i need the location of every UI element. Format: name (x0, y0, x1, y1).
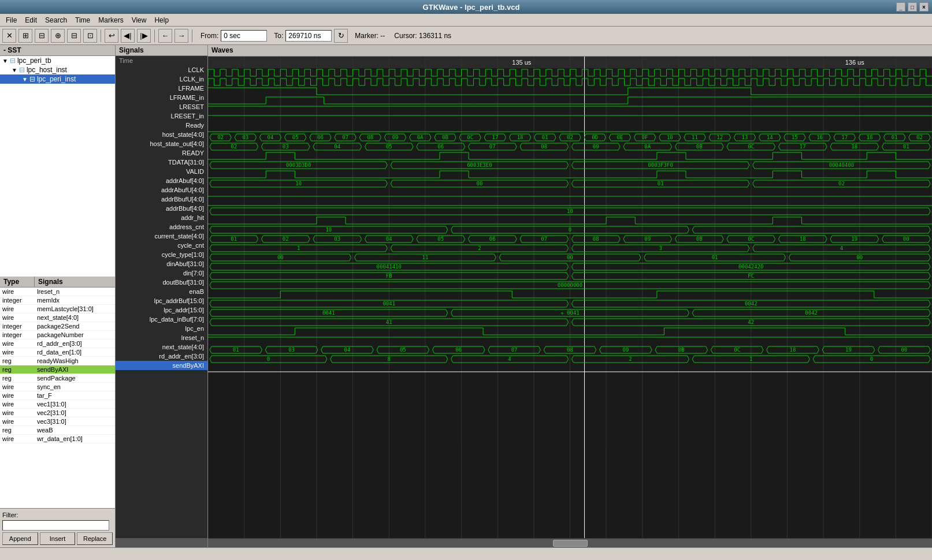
sst-item-2[interactable]: ▼ ⊟ lpc_peri_inst (0, 74, 115, 84)
signal-row-18[interactable]: current_state[4:0] (116, 232, 207, 241)
signal-row-21[interactable]: dinAbuf[31:0] (116, 259, 207, 268)
type-cell-signal-8: readyWasHigh (35, 357, 81, 364)
menu-help[interactable]: Help (151, 16, 172, 25)
type-row-10[interactable]: regsendPackage (0, 374, 115, 383)
signal-row-13[interactable]: addrAbufU[4:0] (116, 185, 207, 195)
signal-row-11[interactable]: VALID (116, 167, 207, 176)
close-btn2[interactable]: ✕ (2, 29, 16, 43)
type-cell-type-12: wire (0, 392, 35, 399)
to-input[interactable] (285, 30, 332, 42)
signal-row-26[interactable]: lpc_addr[15:0] (116, 305, 207, 315)
signal-row-1[interactable]: LCLK_in (116, 74, 207, 84)
next-btn[interactable]: → (174, 29, 188, 43)
type-row-8[interactable]: regreadyWasHigh (0, 357, 115, 365)
type-cell-signal-5: packageNumber (35, 331, 86, 338)
type-row-1[interactable]: integermemIdx (0, 296, 115, 305)
type-row-3[interactable]: wirenext_state[4:0] (0, 313, 115, 322)
scrollbar-thumb[interactable] (553, 540, 588, 547)
menu-markers[interactable]: Markers (95, 16, 127, 25)
fwd-btn[interactable]: |▶ (137, 29, 151, 43)
menu-search[interactable]: Search (42, 16, 70, 25)
signal-row-22[interactable]: din[7:0] (116, 268, 207, 278)
type-row-9[interactable]: regsendByAXI (0, 365, 115, 374)
refresh-btn[interactable]: ↻ (334, 29, 348, 43)
type-row-0[interactable]: wirelreset_n (0, 288, 115, 296)
back-btn[interactable]: ◀| (121, 29, 135, 43)
menu-time[interactable]: Time (72, 16, 94, 25)
signal-row-10[interactable]: TDATA[31:0] (116, 158, 207, 167)
signal-row-8[interactable]: host_state_out[4:0] (116, 139, 207, 148)
signals-scrollbar[interactable] (116, 538, 207, 547)
menu-edit[interactable]: Edit (21, 16, 40, 25)
type-cell-signal-7: rd_data_en[1:0] (35, 349, 84, 356)
signal-row-17[interactable]: address_cnt (116, 222, 207, 232)
type-row-11[interactable]: wiresync_en (0, 383, 115, 391)
signals-list[interactable]: TimeLCLKLCLK_inLFRAMELFRAME_inLRESETLRES… (116, 56, 207, 538)
signal-row-19[interactable]: cycle_cnt (116, 241, 207, 250)
type-row-16[interactable]: regweaB (0, 426, 115, 435)
from-input[interactable] (221, 30, 267, 42)
signal-row-4[interactable]: LRESET (116, 102, 207, 111)
maximize-btn[interactable]: □ (908, 2, 917, 12)
sst-item-1[interactable]: ▼ ⊟ lpc_host_inst (0, 65, 115, 74)
signal-row-28[interactable]: lpc_en (116, 324, 207, 333)
zoom-custom-btn[interactable]: ⊡ (83, 29, 97, 43)
filter-label: Filter: (2, 512, 18, 518)
type-row-17[interactable]: wirewr_data_en[1:0] (0, 435, 115, 443)
filter-input[interactable] (2, 520, 109, 531)
sst-tree[interactable]: ▼ ⊟ lpc_peri_tb ▼ ⊟ lpc_host_inst ▼ ⊟ lp… (0, 56, 115, 277)
signal-row-23[interactable]: doutBbuf[31:0] (116, 278, 207, 287)
window-controls[interactable]: _ □ × (896, 2, 932, 12)
signal-row-27[interactable]: lpc_data_inBuf[7:0] (116, 315, 207, 324)
zoom-fit2-btn[interactable]: ⊟ (35, 29, 49, 43)
replace-btn[interactable]: Replace (77, 532, 113, 545)
type-row-15[interactable]: wirevec3[31:0] (0, 417, 115, 426)
type-row-6[interactable]: wirerd_addr_en[3:0] (0, 339, 115, 348)
type-row-12[interactable]: wiretar_F (0, 391, 115, 400)
close-btn[interactable]: × (919, 2, 929, 12)
type-row-2[interactable]: wirememLastcycle[31:0] (0, 305, 115, 313)
signal-row-30[interactable]: next_state[4:0] (116, 342, 207, 352)
zoom-fit-btn[interactable]: ⊞ (18, 29, 32, 43)
signal-row-9[interactable]: READY (116, 148, 207, 158)
zoom-out-btn[interactable]: ⊟ (67, 29, 81, 43)
signal-row-12[interactable]: addrAbuf[4:0] (116, 176, 207, 185)
signal-row-15[interactable]: addrBbuf[4:0] (116, 204, 207, 213)
minimize-btn[interactable]: _ (896, 2, 905, 12)
sst-header: - SST (0, 45, 115, 56)
signal-row-32[interactable]: sendByAXI (116, 361, 207, 370)
signal-row-25[interactable]: lpc_addrBuf[15:0] (116, 296, 207, 305)
type-cell-signal-13: vec1[31:0] (35, 401, 69, 408)
type-row-14[interactable]: wirevec2[31:0] (0, 409, 115, 417)
waves-content[interactable] (208, 57, 932, 538)
signal-row-3[interactable]: LFRAME_in (116, 93, 207, 102)
signal-row-20[interactable]: cycle_type[1:0] (116, 250, 207, 259)
menu-file[interactable]: File (2, 16, 20, 25)
append-btn[interactable]: Append (2, 532, 38, 545)
zoom-in-btn[interactable]: ⊕ (51, 29, 65, 43)
type-cell-type-11: wire (0, 383, 35, 390)
type-list[interactable]: wirelreset_nintegermemIdxwirememLastcycl… (0, 288, 115, 508)
signal-row-24[interactable]: enaB (116, 287, 207, 296)
signal-row-5[interactable]: LRESET_in (116, 111, 207, 121)
signal-row-31[interactable]: rd_addr_en[3:0] (116, 352, 207, 361)
insert-btn[interactable]: Insert (40, 532, 76, 545)
prev-btn[interactable]: ← (158, 29, 172, 43)
signal-row-16[interactable]: addr_hit (116, 213, 207, 222)
signal-row-7[interactable]: host_state[4:0] (116, 130, 207, 139)
signal-row-14[interactable]: addrBbufU[4:0] (116, 195, 207, 204)
signal-row-0[interactable]: LCLK (116, 65, 207, 74)
signal-row-2[interactable]: LFRAME (116, 84, 207, 93)
horizontal-scrollbar[interactable] (208, 538, 932, 547)
type-row-5[interactable]: integerpackageNumber (0, 331, 115, 339)
signal-row-29[interactable]: lreset_n (116, 333, 207, 342)
type-header: Type Signals (0, 277, 115, 288)
wave-canvas[interactable] (208, 57, 932, 538)
type-row-4[interactable]: integerpackage2Send (0, 322, 115, 331)
signal-row-6[interactable]: Ready (116, 121, 207, 130)
type-row-7[interactable]: wirerd_data_en[1:0] (0, 348, 115, 357)
menu-view[interactable]: View (128, 16, 150, 25)
sst-item-0[interactable]: ▼ ⊟ lpc_peri_tb (0, 56, 115, 65)
undo-btn[interactable]: ↩ (105, 29, 118, 43)
type-row-13[interactable]: wirevec1[31:0] (0, 400, 115, 409)
